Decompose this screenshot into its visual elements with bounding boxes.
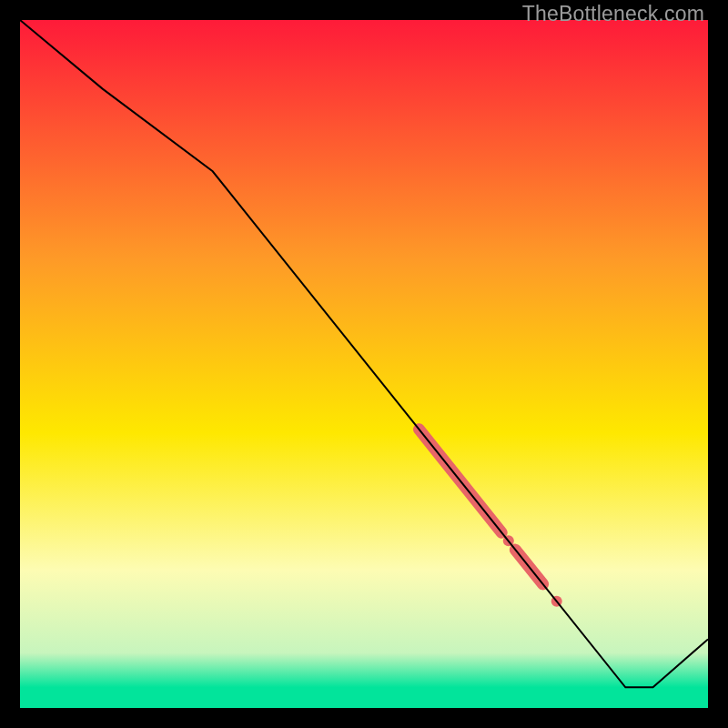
chart-frame (20, 20, 708, 708)
bottleneck-chart (20, 20, 708, 708)
gradient-background (20, 20, 708, 708)
watermark-text: TheBottleneck.com (522, 2, 704, 26)
